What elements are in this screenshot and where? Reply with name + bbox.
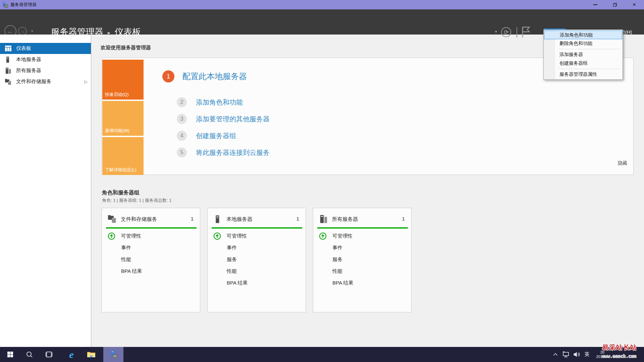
sidebar-item-local-server[interactable]: 本地服务器 — [0, 54, 91, 65]
menu-item-server-manager-properties[interactable]: 服务器管理器属性 — [544, 70, 623, 79]
quick-start-tab[interactable]: 快速启动(Q) — [102, 60, 144, 100]
internet-explorer-button[interactable]: e — [62, 347, 81, 362]
forward-arrow-icon: → — [20, 28, 25, 34]
server-manager-icon — [109, 350, 117, 359]
card-row-services[interactable]: 服务 — [208, 254, 306, 265]
taskbar: e 英 20 2016 — [0, 347, 644, 362]
roles-section-counts: 角色: 1 | 服务器组: 1 | 服务器总数: 1 — [102, 197, 172, 203]
file-explorer-icon — [87, 351, 96, 358]
search-button[interactable] — [20, 347, 39, 362]
tray-show-hidden-icons-button[interactable] — [551, 347, 560, 362]
local-server-icon — [214, 215, 222, 225]
step-connect-cloud-services[interactable]: 5 将此服务器连接到云服务 — [177, 147, 270, 158]
learn-more-tab[interactable]: 了解详细信息(L) — [102, 137, 144, 175]
window-controls: × — [586, 0, 644, 9]
menu-item-add-servers[interactable]: 添加服务器 — [544, 50, 623, 59]
step-link[interactable]: 创建服务器组 — [196, 131, 236, 140]
card-header: 所有服务器 1 — [313, 214, 411, 224]
notifications-flag-icon[interactable] — [522, 26, 530, 38]
refresh-button[interactable]: ⟳ — [501, 27, 511, 37]
sidebar: 仪表板 本地服务器 所有服务器 文件和存储服务 ▷ — [0, 35, 91, 347]
card-local-server: 本地服务器 1 可管理性 事件 服务 性能 BPA 结果 — [207, 208, 306, 312]
task-view-icon — [45, 352, 53, 357]
step-link[interactable]: 将此服务器连接到云服务 — [196, 148, 270, 157]
card-row-bpa-results[interactable]: BPA 结果 — [102, 265, 200, 277]
menu-item-create-server-group[interactable]: 创建服务器组 — [544, 59, 623, 68]
step-link[interactable]: 添加要管理的其他服务器 — [196, 115, 270, 124]
status-green-bar — [317, 227, 408, 229]
card-row-performance[interactable]: 性能 — [102, 254, 200, 265]
card-row-events[interactable]: 事件 — [313, 242, 411, 253]
card-row-performance[interactable]: 性能 — [313, 265, 411, 277]
all-servers-icon — [5, 68, 12, 74]
card-count: 1 — [191, 216, 194, 222]
card-row-events[interactable]: 事件 — [208, 242, 306, 253]
step-link[interactable]: 添加角色和功能 — [196, 98, 243, 107]
card-count: 1 — [296, 216, 299, 222]
server-manager-taskbar-button[interactable] — [103, 347, 123, 362]
minimize-button[interactable] — [586, 0, 605, 9]
watermark-site-url: www.easck.com — [602, 354, 637, 359]
card-row-performance[interactable]: 性能 — [208, 265, 306, 277]
watermark: 易采站长站 www.easck.com — [602, 343, 637, 359]
minimize-icon — [593, 4, 597, 5]
network-icon — [562, 351, 570, 358]
step-create-server-group[interactable]: 4 创建服务器组 — [177, 131, 236, 141]
tray-volume-button[interactable] — [572, 347, 582, 362]
tile-label: 了解详细信息(L) — [105, 167, 137, 173]
step-number-badge: 4 — [177, 131, 187, 141]
server-manager-app-icon — [2, 2, 8, 8]
card-title[interactable]: 所有服务器 — [332, 216, 358, 223]
menu-item-add-roles-features[interactable]: 添加角色和功能 — [544, 31, 622, 39]
tile-label: 快速启动(Q) — [105, 92, 129, 98]
file-explorer-button[interactable] — [82, 347, 101, 362]
card-row-manageability[interactable]: 可管理性 — [102, 230, 200, 242]
sidebar-item-label: 文件和存储服务 — [16, 78, 51, 85]
start-button[interactable] — [1, 347, 19, 362]
file-storage-icon — [108, 215, 117, 224]
refresh-icon: ⟳ — [504, 29, 508, 36]
card-row-bpa-results[interactable]: BPA 结果 — [313, 277, 411, 289]
sidebar-item-label: 本地服务器 — [16, 56, 41, 63]
restore-button[interactable] — [605, 0, 625, 9]
card-title[interactable]: 文件和存储服务 — [121, 216, 157, 223]
card-title[interactable]: 本地服务器 — [226, 216, 253, 223]
window-title: 服务器管理器 — [10, 2, 37, 8]
tile-label: 新增功能(W) — [105, 128, 129, 134]
step-number-badge: 2 — [177, 97, 187, 107]
step-number-badge: 5 — [177, 147, 187, 158]
title-bar: 服务器管理器 × — [0, 0, 644, 9]
card-row-manageability[interactable]: 可管理性 — [313, 230, 411, 242]
internet-explorer-icon: e — [69, 350, 73, 360]
card-row-manageability[interactable]: 可管理性 — [208, 230, 306, 242]
close-button[interactable]: × — [625, 0, 644, 9]
tray-network-button[interactable] — [561, 347, 571, 362]
whats-new-tab[interactable]: 新增功能(W) — [102, 101, 144, 136]
server-manager-window: 服务器管理器 × ← → ▾ 服务器管理器 ▸ 仪表板 ▾ ⟳ 管理(M) 工具… — [0, 0, 644, 362]
welcome-header: 欢迎使用服务器管理器 — [101, 45, 151, 51]
navbar-divider — [517, 27, 517, 38]
back-arrow-icon: ← — [7, 27, 14, 35]
card-count: 1 — [402, 216, 405, 222]
breadcrumb-separator-icon: ▸ — [108, 28, 110, 36]
file-storage-icon — [5, 79, 12, 85]
step-link[interactable]: 配置此本地服务器 — [182, 71, 247, 82]
notifications-caret-icon[interactable]: ▾ — [495, 29, 497, 34]
sidebar-item-file-storage-services[interactable]: 文件和存储服务 ▷ — [0, 76, 91, 87]
step-add-roles-features[interactable]: 2 添加角色和功能 — [177, 97, 243, 107]
sidebar-item-dashboard[interactable]: 仪表板 — [0, 43, 91, 54]
step-add-other-servers[interactable]: 3 添加要管理的其他服务器 — [177, 114, 270, 124]
history-dropdown-caret-icon[interactable]: ▾ — [31, 29, 33, 33]
sidebar-item-all-servers[interactable]: 所有服务器 — [0, 65, 91, 76]
card-row-bpa-results[interactable]: BPA 结果 — [208, 277, 306, 289]
menu-separator — [558, 69, 621, 69]
task-view-button[interactable] — [40, 347, 58, 362]
card-row-events[interactable]: 事件 — [102, 242, 200, 253]
step-number-badge: 1 — [162, 70, 174, 82]
card-row-services[interactable]: 服务 — [313, 254, 411, 265]
menu-item-remove-roles-features[interactable]: 删除角色和功能 — [544, 39, 623, 48]
hide-welcome-link[interactable]: 隐藏 — [618, 160, 627, 166]
manage-dropdown-menu: 添加角色和功能 删除角色和功能 添加服务器 创建服务器组 服务器管理器属性 — [543, 29, 623, 80]
roles-section-title: 角色和服务器组 — [102, 189, 140, 196]
step-configure-local-server[interactable]: 1 配置此本地服务器 — [162, 70, 247, 82]
